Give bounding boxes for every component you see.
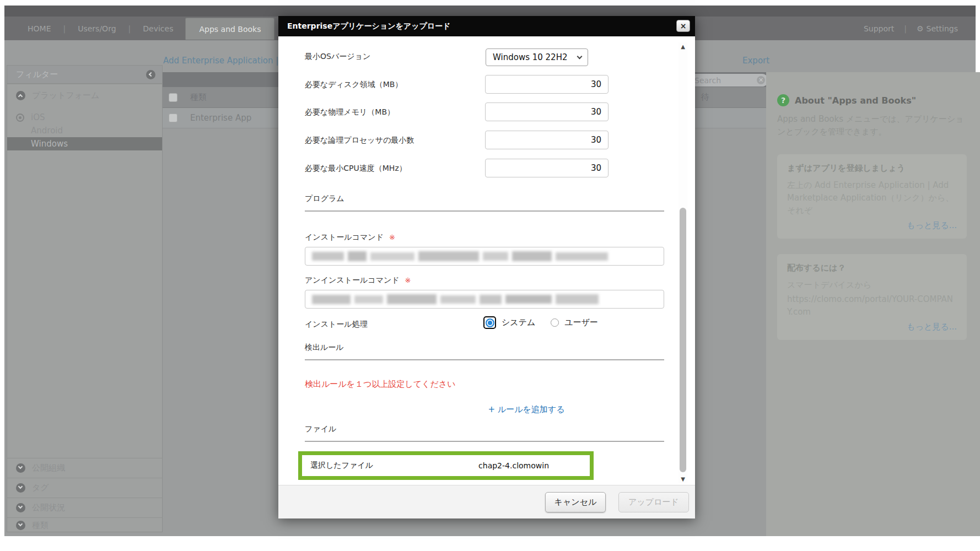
cancel-button[interactable]: キャンセル: [545, 492, 606, 512]
scroll-up-icon[interactable]: ▲: [679, 44, 687, 50]
filter-group-publish-status[interactable]: 公開状況: [7, 498, 162, 517]
gear-icon: ⚙: [917, 24, 924, 33]
sidebar-item-windows-selected[interactable]: Windows: [7, 137, 162, 150]
nav-home[interactable]: HOME: [15, 24, 63, 33]
help-card-line: スマートデバイスから: [787, 279, 957, 291]
modal-scrollbar[interactable]: ▲ ▼: [679, 42, 687, 483]
help-card-distribute: 配布するには？ スマートデバイスから https://clomo.com/por…: [777, 254, 967, 340]
required-mark: ※: [405, 276, 411, 284]
expand-group-icon: [16, 503, 25, 512]
search-placeholder: Search: [694, 76, 757, 85]
add-rule-link[interactable]: + ルールを追加する: [389, 404, 664, 415]
search-input[interactable]: Search ✕: [688, 74, 768, 87]
column-header-partial: 待: [701, 92, 709, 102]
selected-file-row-highlighted: 選択したファイル chap2-4.clomowin: [298, 451, 594, 480]
radio-icon: [16, 114, 24, 122]
select-all-checkbox[interactable]: [169, 93, 177, 102]
help-card-title: 配布するには？: [787, 263, 957, 273]
nav-tab-apps-and-books[interactable]: Apps and Books: [185, 18, 274, 40]
help-card-body: 左上の Add Enterprise Application | Add Mar…: [787, 179, 957, 218]
file-section-header: ファイル: [305, 424, 664, 442]
min-cpu-speed-label: 必要な最小CPU速度（MHz）: [305, 164, 407, 174]
nav-devices[interactable]: Devices: [131, 24, 185, 33]
chevron-down-icon: [18, 522, 23, 526]
expand-group-icon: [16, 521, 25, 530]
expand-group-icon: [16, 483, 25, 493]
logical-processors-input[interactable]: 30: [485, 131, 609, 149]
expand-group-icon: [16, 463, 25, 473]
export-link[interactable]: Export: [742, 56, 769, 66]
nav-users-org[interactable]: Users/Org: [66, 24, 128, 33]
min-os-version-select[interactable]: Windows 10 22H2: [486, 48, 588, 66]
sidebar-item-android[interactable]: Android: [7, 124, 162, 137]
column-header-type: 種類: [190, 92, 207, 102]
selected-file-label: 選択したファイル: [310, 461, 373, 471]
upload-button[interactable]: アップロード: [618, 492, 689, 512]
filter-group-label: 種類: [32, 520, 49, 531]
filter-group-label: 公開組織: [32, 463, 65, 473]
program-section-header: プログラム: [305, 194, 664, 212]
nav-settings[interactable]: ⚙Settings: [917, 24, 958, 33]
modal-header: Enterpriseアプリケーションをアップロード: [278, 16, 695, 36]
chevron-down-icon: [18, 484, 23, 489]
help-card-url: https://clomo.com/portal/YOUR-COMPANY.co…: [787, 293, 957, 319]
chevron-left-icon: [149, 72, 153, 76]
install-command-input[interactable]: [305, 247, 664, 266]
row-type-cell: Enterprise App: [190, 113, 251, 123]
min-os-version-value: Windows 10 22H2: [493, 52, 568, 62]
scroll-down-icon[interactable]: ▼: [679, 476, 687, 482]
install-context-label: インストール処理: [305, 320, 368, 329]
logical-processors-label: 必要な論理プロセッサの最小数: [305, 136, 414, 145]
filter-group-type[interactable]: 種類: [7, 517, 162, 533]
chevron-down-icon: [577, 54, 583, 60]
sidebar-item-ios[interactable]: iOS: [7, 111, 162, 124]
see-more-link[interactable]: もっと見る...: [787, 220, 957, 231]
row-checkbox[interactable]: [169, 114, 177, 122]
radio-selected-icon: [486, 318, 494, 327]
detection-rule-section-header: 検出ルール: [305, 343, 664, 360]
clear-search-icon[interactable]: ✕: [757, 76, 765, 84]
scrollbar-thumb[interactable]: [680, 208, 686, 472]
filter-group-label: タグ: [32, 483, 49, 493]
filter-sidebar: フィルター プラットフォーム iOS Android Windows 公開組織: [7, 65, 163, 532]
modal-body: 最小OSバージョン Windows 10 22H2 必要なディスク領域（MB） …: [278, 36, 695, 485]
radio-system[interactable]: [483, 316, 496, 329]
sidebar-item-label: Windows: [31, 139, 68, 149]
radio-user-label: ユーザー: [564, 317, 598, 328]
collapse-sidebar-button[interactable]: [146, 70, 155, 79]
physical-memory-label: 必要な物理メモリ（MB）: [305, 107, 395, 117]
filter-group-platform[interactable]: プラットフォーム: [7, 84, 162, 106]
upload-enterprise-app-modal: Enterpriseアプリケーションをアップロード × 最小OSバージョン Wi…: [278, 16, 695, 518]
close-icon[interactable]: ×: [676, 20, 690, 32]
required-mark: ※: [389, 233, 395, 241]
about-panel-title: About "Apps and Books": [795, 95, 916, 106]
chevron-down-icon: [18, 504, 23, 509]
filter-group-organization[interactable]: 公開組織: [7, 458, 162, 478]
selected-file-value: chap2-4.clomowin: [478, 461, 549, 470]
modal-footer: キャンセル アップロード: [278, 485, 695, 518]
sidebar-item-label: iOS: [31, 112, 45, 122]
min-cpu-speed-input[interactable]: 30: [485, 159, 609, 177]
redacted-text: [305, 290, 664, 308]
filter-group-label: 公開状況: [32, 503, 65, 513]
modal-title: Enterpriseアプリケーションをアップロード: [287, 21, 450, 31]
detection-rule-error: 検出ルールを１つ以上設定してください: [305, 379, 456, 390]
collapse-group-icon: [16, 91, 25, 100]
physical-memory-input[interactable]: 30: [485, 102, 609, 121]
radio-system-label: システム: [502, 317, 535, 328]
chevron-up-icon: [18, 94, 23, 98]
redacted-text: [305, 247, 664, 265]
add-application-links[interactable]: Add Enterprise Application | Add: [163, 56, 297, 66]
radio-user[interactable]: [551, 318, 559, 327]
help-card-register: まずはアプリを登録しましょう 左上の Add Enterprise Applic…: [777, 154, 967, 239]
uninstall-command-label: アンインストールコマンド※: [305, 276, 411, 285]
nav-support[interactable]: Support: [864, 24, 894, 33]
chevron-down-icon: [18, 464, 23, 469]
see-more-link[interactable]: もっと見る...: [787, 322, 957, 332]
disk-space-input[interactable]: 30: [485, 75, 609, 94]
sidebar-item-label: Android: [31, 126, 63, 136]
help-icon: ?: [777, 94, 789, 106]
disk-space-label: 必要なディスク領域（MB）: [305, 80, 402, 90]
uninstall-command-input[interactable]: [305, 290, 664, 309]
filter-group-tag[interactable]: タグ: [7, 478, 162, 498]
